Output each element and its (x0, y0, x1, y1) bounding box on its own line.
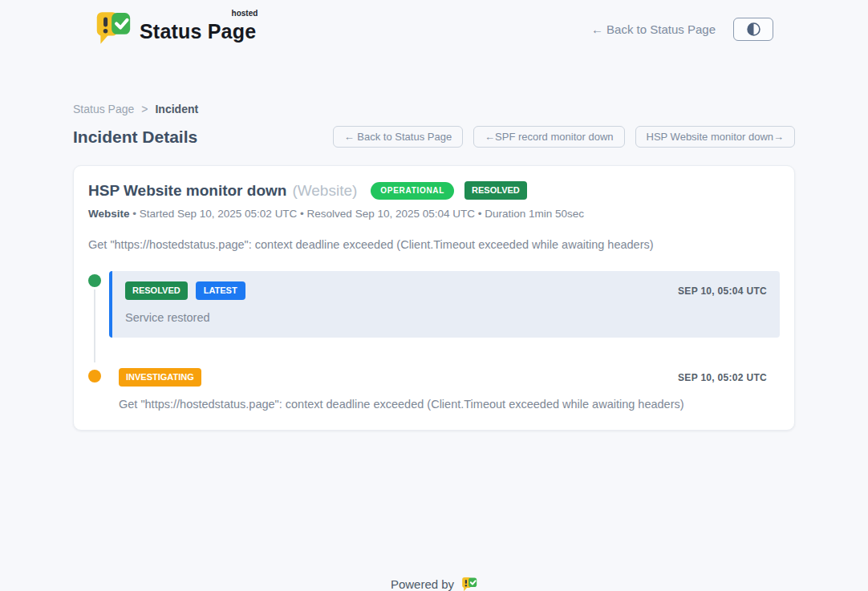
header: hosted Status Page ← Back to Status Page (95, 0, 773, 48)
incident-nav-buttons: ← Back to Status Page ←SPF record monito… (333, 126, 795, 148)
resolved-badge: RESOLVED (464, 181, 527, 200)
prev-incident-button[interactable]: ←SPF record monitor down (473, 126, 624, 148)
next-incident-button[interactable]: HSP Website monitor down→ (635, 126, 795, 148)
theme-toggle-button[interactable] (733, 18, 773, 41)
timeline-entry-investigating: INVESTIGATING SEP 10, 05:02 UTC Get "htt… (88, 366, 780, 411)
timeline-message: Get "https://hostedstatus.page": context… (119, 398, 767, 411)
timeline-entry-resolved: RESOLVED LATEST SEP 10, 05:04 UTC Servic… (88, 271, 780, 338)
breadcrumb: Status Page > Incident (73, 103, 795, 115)
meta-details: • Started Sep 10, 2025 05:02 UTC • Resol… (130, 208, 585, 220)
powered-by-link[interactable]: Powered by (0, 577, 868, 591)
timeline-timestamp: SEP 10, 05:02 UTC (678, 372, 767, 383)
logo-hosted-label: hosted (232, 9, 258, 18)
incident-card: HSP Website monitor down (Website) OPERA… (73, 165, 795, 431)
powered-by-label: Powered by (391, 577, 454, 591)
timeline-timestamp: SEP 10, 05:04 UTC (678, 285, 767, 297)
incident-title: HSP Website monitor down (88, 182, 286, 200)
brand-logo[interactable]: hosted Status Page (95, 10, 256, 48)
timeline-resolved-badge: RESOLVED (125, 281, 188, 300)
footer: Powered by © 2025-10-08 14:10:34.772084 … (0, 577, 868, 591)
incident-meta: Website • Started Sep 10, 2025 05:02 UTC… (88, 208, 780, 220)
half-circle-icon (745, 21, 762, 38)
timeline-message: Service restored (125, 311, 767, 324)
green-status-dot-icon (88, 274, 101, 287)
incident-component: (Website) (292, 182, 357, 200)
brand-logo-small-icon (461, 577, 477, 591)
meta-component: Website (88, 208, 130, 220)
incident-description: Get "https://hostedstatus.page": context… (88, 238, 780, 251)
back-to-status-page-button[interactable]: ← Back to Status Page (333, 126, 463, 148)
logo-brand-label: Status Page (140, 20, 256, 43)
breadcrumb-status-page[interactable]: Status Page (73, 103, 134, 115)
header-back-link[interactable]: ← Back to Status Page (591, 22, 716, 36)
operational-badge: OPERATIONAL (371, 182, 454, 200)
timeline-latest-badge: LATEST (196, 281, 245, 300)
incident-timeline: RESOLVED LATEST SEP 10, 05:04 UTC Servic… (88, 271, 780, 411)
page-title: Incident Details (73, 128, 197, 147)
brand-logo-icon (95, 10, 132, 48)
timeline-investigating-badge: INVESTIGATING (119, 368, 201, 387)
breadcrumb-separator: > (141, 103, 148, 115)
orange-status-dot-icon (88, 370, 101, 383)
breadcrumb-incident: Incident (155, 103, 198, 115)
